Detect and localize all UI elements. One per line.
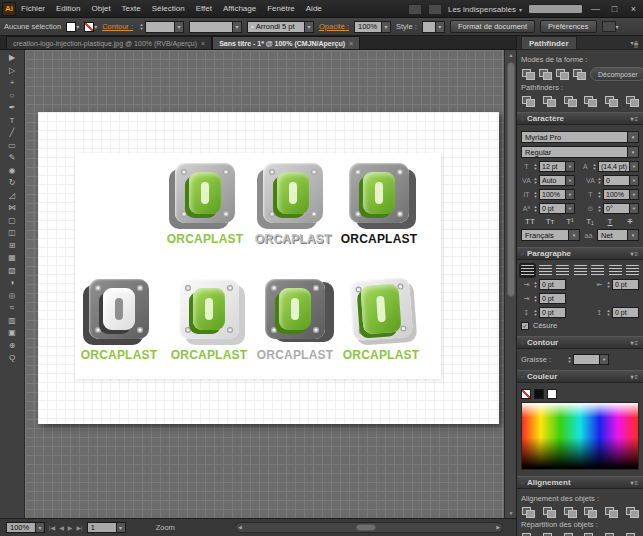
panel-menu-icon[interactable]	[630, 114, 639, 123]
stroke-weight-value[interactable]	[145, 21, 175, 33]
graphic-style-dropdown[interactable]	[436, 21, 445, 33]
right-indent-stepper[interactable]	[605, 281, 612, 289]
hand-tool[interactable]: ⊕	[0, 341, 24, 350]
underline-button[interactable]: T	[603, 217, 617, 226]
font-family-dropdown[interactable]	[628, 131, 639, 143]
stroke-panel-header[interactable]: Contour	[517, 336, 643, 349]
vertical-scale-dropdown[interactable]: ▾	[566, 189, 575, 200]
antialias-control[interactable]: Net	[597, 229, 639, 241]
right-indent-value[interactable]: 0 pt	[612, 279, 639, 290]
bridge-icon[interactable]	[408, 4, 422, 15]
brush-definition-dropdown[interactable]	[233, 21, 242, 33]
menu-item[interactable]: Edition	[56, 4, 80, 13]
align-right-icon[interactable]	[563, 506, 577, 518]
search-input[interactable]	[528, 4, 583, 14]
kerning-value[interactable]: Auto	[539, 175, 566, 186]
stroke-none-swatch[interactable]	[84, 22, 94, 32]
align-left-icon[interactable]	[521, 506, 535, 518]
stroke-weight-dropdown[interactable]	[175, 21, 184, 33]
language-control[interactable]: Français	[521, 229, 580, 241]
close-tab-icon[interactable]: ×	[349, 40, 353, 47]
stroke-panel-link[interactable]: Contour :	[102, 22, 133, 31]
opacity-control[interactable]: 100%	[354, 21, 391, 33]
stroke-weight-stepper[interactable]	[566, 356, 573, 364]
vertical-scrollbar[interactable]: ▲ ▼	[504, 50, 516, 518]
stroke-weight-dropdown[interactable]: ▾	[600, 354, 609, 365]
kerning-stepper[interactable]	[532, 177, 539, 185]
document-tab-inactive[interactable]: creation-logo-injection-plastique.jpg @ …	[6, 36, 212, 49]
language-value[interactable]: Français	[521, 229, 569, 241]
panel-menu-icon[interactable]	[630, 372, 639, 381]
crop-icon[interactable]	[583, 95, 597, 107]
menu-item[interactable]: Fichier	[21, 4, 45, 13]
stroke-color-control[interactable]	[84, 22, 97, 32]
trim-icon[interactable]	[542, 95, 556, 107]
minus-back-icon[interactable]	[625, 95, 639, 107]
panel-menu-icon[interactable]	[630, 249, 639, 258]
minus-front-icon[interactable]	[538, 68, 552, 80]
pencil-tool[interactable]: ✎	[0, 153, 24, 162]
baseline-shift-value[interactable]: 0 pt	[539, 203, 566, 214]
menu-item[interactable]: Effet	[196, 4, 212, 13]
horizontal-scale-stepper[interactable]	[596, 191, 603, 199]
vertical-scale-value[interactable]: 100%	[539, 189, 566, 200]
space-before-stepper[interactable]	[532, 309, 539, 317]
align-options-control[interactable]	[602, 21, 619, 32]
black-color-swatch[interactable]	[534, 389, 544, 399]
align-left-icon[interactable]	[521, 265, 534, 276]
divide-icon[interactable]	[521, 95, 535, 107]
panel-menu-icon[interactable]	[630, 338, 639, 347]
scroll-right-icon[interactable]: ▶	[496, 523, 500, 532]
last-artboard-button[interactable]: ▶|	[76, 524, 82, 531]
tracking-value[interactable]: 0	[603, 175, 630, 186]
align-panel-header[interactable]: Alignement	[517, 476, 643, 489]
align-bottom-icon[interactable]	[625, 506, 639, 518]
brush-definition-value[interactable]	[189, 21, 233, 33]
vertical-scrollbar-thumb[interactable]	[507, 62, 515, 297]
distribute-left-icon[interactable]	[583, 532, 597, 536]
leading-value[interactable]: (14,4 pt)	[598, 161, 630, 172]
baseline-shift-dropdown[interactable]: ▾	[566, 203, 575, 214]
align-icon[interactable]	[602, 21, 616, 32]
scroll-left-icon[interactable]: ◀	[238, 523, 242, 532]
restore-button[interactable]: □	[608, 3, 621, 15]
expand-button[interactable]: Décomposer	[590, 67, 643, 81]
leading-stepper[interactable]	[591, 163, 598, 171]
strikethrough-button[interactable]: T	[623, 217, 637, 226]
workspace-switcher[interactable]: Les indispensables	[448, 5, 522, 14]
stroke-weight-stepper[interactable]	[138, 23, 145, 31]
all-caps-button[interactable]: TT	[523, 217, 537, 226]
justify-center-icon[interactable]	[591, 265, 604, 276]
hyphenation-checkbox[interactable]	[521, 322, 529, 330]
zoom-level-value[interactable]: 100%	[6, 522, 36, 533]
subscript-button[interactable]: T₁	[583, 217, 597, 226]
space-after-stepper[interactable]	[605, 309, 612, 317]
shape-builder-tool[interactable]: ◫	[0, 228, 24, 237]
canvas[interactable]: ORCAPLAST ORCAPLAST ORCAPLAST ORCAPLAST …	[25, 50, 504, 518]
type-tool[interactable]: T	[0, 116, 24, 125]
blob-brush-tool[interactable]: ◉	[0, 166, 24, 175]
none-color-swatch[interactable]	[521, 389, 531, 399]
distribute-right-icon[interactable]	[625, 532, 639, 536]
zoom-level-control[interactable]: 100%	[6, 522, 45, 533]
scale-tool[interactable]: ◿	[0, 191, 24, 200]
zoom-level-dropdown[interactable]	[36, 522, 45, 533]
menu-item[interactable]: Affichage	[223, 4, 256, 13]
pen-tool[interactable]: ✒	[0, 103, 24, 112]
next-artboard-button[interactable]: ▶	[68, 524, 73, 531]
color-spectrum[interactable]	[521, 402, 639, 470]
rotation-dropdown[interactable]: ▾	[630, 203, 639, 214]
artboard-number-control[interactable]: 1	[87, 522, 126, 533]
brush-definition-control[interactable]	[189, 21, 242, 33]
tab-pathfinder[interactable]: Pathfinder	[521, 36, 577, 49]
placed-logo-image[interactable]: ORCAPLAST ORCAPLAST ORCAPLAST ORCAPLAST …	[75, 153, 441, 379]
rotation-stepper[interactable]	[596, 205, 603, 213]
font-style-value[interactable]: Regular	[521, 146, 628, 158]
vertical-scale-stepper[interactable]	[532, 191, 539, 199]
preferences-button[interactable]: Préférences	[540, 20, 596, 33]
stroke-weight-control[interactable]	[138, 21, 184, 33]
column-graph-tool[interactable]: ▥	[0, 316, 24, 325]
horizontal-scale-dropdown[interactable]: ▾	[630, 189, 639, 200]
fill-color-control[interactable]	[66, 22, 79, 32]
width-profile-value[interactable]: Arrondi 5 pt	[247, 21, 305, 33]
